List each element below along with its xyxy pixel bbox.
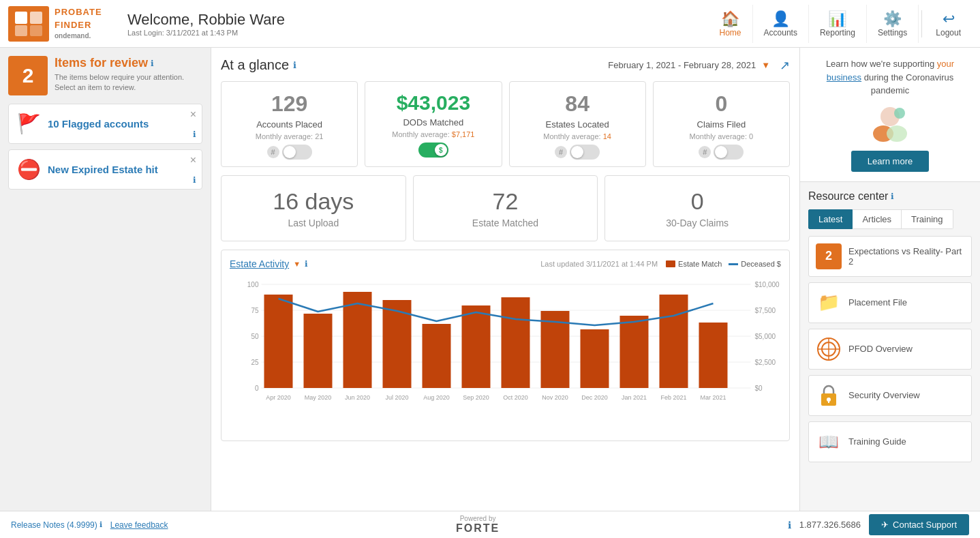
release-notes[interactable]: Release Notes (4.9999) ℹ bbox=[11, 520, 102, 530]
date-range-area: February 1, 2021 - February 28, 2021 ▼ ↗ bbox=[608, 58, 790, 73]
resource-info-icon[interactable]: ℹ bbox=[891, 192, 894, 201]
accounts-icon: 👤 bbox=[771, 10, 790, 28]
settings-label: Settings bbox=[878, 28, 907, 38]
tab-articles[interactable]: Articles bbox=[853, 209, 902, 229]
tab-latest[interactable]: Latest bbox=[808, 209, 853, 229]
items-subtitle: The items below require your attention. … bbox=[55, 72, 202, 93]
expired-label: New Expired Estate hit bbox=[48, 164, 158, 175]
release-info-icon[interactable]: ℹ bbox=[99, 520, 102, 529]
svg-text:$5,000: $5,000 bbox=[755, 333, 776, 340]
30day-claims-value: 0 bbox=[613, 188, 781, 215]
pfod-icon bbox=[816, 336, 842, 362]
svg-text:Jun 2020: Jun 2020 bbox=[345, 394, 370, 401]
review-item-expired[interactable]: × ⛔ New Expired Estate hit ℹ bbox=[8, 149, 202, 190]
export-icon[interactable]: ↗ bbox=[780, 58, 790, 73]
30day-claims-label: 30-Day Claims bbox=[613, 218, 781, 228]
svg-text:0: 0 bbox=[255, 385, 259, 392]
svg-text:$10,000: $10,000 bbox=[755, 281, 780, 288]
items-info-icon[interactable]: ℹ bbox=[151, 59, 154, 68]
tab-training[interactable]: Training bbox=[902, 209, 953, 229]
chart-title-area: Estate Activity ▼ ℹ bbox=[230, 258, 308, 269]
training-icon: 📖 bbox=[816, 429, 842, 455]
date-dropdown-arrow[interactable]: ▼ bbox=[761, 60, 770, 70]
claims-filed-toggle[interactable] bbox=[714, 145, 744, 160]
accounts-placed-toggle[interactable] bbox=[282, 145, 312, 160]
resource-item-security[interactable]: Security Overview bbox=[808, 375, 972, 416]
dods-matched-label: DODs Matched bbox=[373, 117, 493, 128]
items-title: Items for review bbox=[55, 56, 148, 70]
stat-accounts-placed: 129 Accounts Placed Monthly average: 21 … bbox=[221, 81, 358, 167]
placement-label: Placement File bbox=[848, 297, 907, 308]
glance-info-icon[interactable]: ℹ bbox=[293, 60, 296, 70]
nav-settings[interactable]: ⚙️ Settings bbox=[867, 5, 919, 43]
review-item-flagged[interactable]: × 🚩 10 Flagged accounts ℹ bbox=[8, 104, 202, 144]
bar-dec-2020 bbox=[581, 329, 609, 388]
expired-info-icon[interactable]: ℹ bbox=[193, 175, 196, 185]
estates-located-toggle-row: # bbox=[518, 145, 637, 160]
accounts-placed-toggle-label: # bbox=[267, 146, 279, 158]
footer-right: ℹ 1.877.326.5686 ✈ Contact Support bbox=[788, 514, 969, 535]
resource-item-expectations[interactable]: 2 Expectations vs Reality- Part 2 bbox=[808, 236, 972, 277]
stats-row-2: 16 days Last Upload 72 Estate Matched 0 … bbox=[221, 175, 790, 241]
contact-support-button[interactable]: ✈ Contact Support bbox=[869, 514, 969, 535]
stat-30day-claims: 0 30-Day Claims bbox=[604, 175, 790, 241]
svg-text:Sep 2020: Sep 2020 bbox=[463, 394, 489, 401]
dods-matched-toggle[interactable]: $ bbox=[418, 143, 448, 158]
close-expired[interactable]: × bbox=[190, 154, 196, 166]
bar-aug-2020 bbox=[423, 324, 451, 388]
bar-oct-2020 bbox=[502, 297, 530, 388]
svg-text:Jul 2020: Jul 2020 bbox=[385, 394, 408, 401]
resource-tabs: Latest Articles Training bbox=[808, 209, 972, 229]
legend-bar-swatch bbox=[666, 260, 675, 267]
close-flagged[interactable]: × bbox=[190, 108, 196, 121]
flagged-info-icon[interactable]: ℹ bbox=[193, 130, 196, 139]
svg-point-32 bbox=[887, 125, 907, 142]
nav-accounts[interactable]: 👤 Accounts bbox=[753, 5, 809, 43]
estate-matched-label: Estate Matched bbox=[422, 218, 589, 228]
footer-info-icon[interactable]: ℹ bbox=[788, 520, 791, 530]
chart-info-icon[interactable]: ℹ bbox=[305, 259, 308, 269]
legend-line-swatch bbox=[729, 263, 738, 265]
svg-text:$7,500: $7,500 bbox=[755, 307, 776, 314]
resource-item-placement[interactable]: 📁 Placement File bbox=[808, 282, 972, 323]
svg-rect-2 bbox=[15, 25, 27, 36]
items-title-area: Items for review ℹ The items below requi… bbox=[55, 56, 202, 93]
learn-more-button[interactable]: Learn more bbox=[851, 151, 929, 172]
welcome-area: Welcome, Robbie Ware Last Login: 3/11/20… bbox=[114, 11, 709, 37]
promo-highlight-your: your bbox=[937, 59, 954, 69]
svg-text:Aug 2020: Aug 2020 bbox=[423, 394, 450, 401]
nav-logout[interactable]: ↩ Logout bbox=[925, 5, 972, 43]
nav-home[interactable]: 🏠 Home bbox=[709, 5, 753, 43]
estates-located-toggle[interactable] bbox=[570, 145, 600, 160]
glance-title: At a glance ℹ bbox=[221, 57, 296, 73]
logout-label: Logout bbox=[936, 28, 961, 38]
stat-claims-filed: 0 Claims Filed Monthly average: 0 # bbox=[653, 81, 790, 167]
security-label: Security Overview bbox=[848, 390, 920, 400]
stat-estates-located: 84 Estates Located Monthly average: 14 # bbox=[509, 81, 646, 167]
estates-located-avg: Monthly average: 14 bbox=[518, 132, 637, 140]
claims-filed-avg: Monthly average: 0 bbox=[662, 132, 781, 140]
promo-text: Learn how we're supporting your business… bbox=[808, 57, 972, 98]
estates-located-value: 84 bbox=[518, 91, 637, 117]
resource-center: Resource center ℹ Latest Articles Traini… bbox=[800, 182, 980, 470]
estates-located-toggle-label: # bbox=[555, 146, 567, 158]
svg-text:75: 75 bbox=[251, 307, 259, 314]
settings-icon: ⚙️ bbox=[883, 10, 902, 28]
claims-filed-label: Claims Filed bbox=[662, 119, 781, 130]
svg-rect-41 bbox=[828, 400, 829, 403]
chart-dropdown-arrow[interactable]: ▼ bbox=[293, 260, 301, 268]
promo-graphic bbox=[863, 103, 917, 144]
resource-item-pfod[interactable]: PFOD Overview bbox=[808, 329, 972, 370]
security-icon bbox=[816, 383, 842, 408]
nav-reporting[interactable]: 📊 Reporting bbox=[809, 5, 867, 43]
chart-title[interactable]: Estate Activity bbox=[230, 258, 289, 269]
svg-text:Feb 2021: Feb 2021 bbox=[660, 394, 686, 401]
center-panel: At a glance ℹ February 1, 2021 - Februar… bbox=[211, 48, 799, 511]
estate-activity-chart: 100 75 50 25 0 $10,000 $7,500 $5,000 $2,… bbox=[230, 273, 781, 430]
resource-item-training[interactable]: 📖 Training Guide bbox=[808, 421, 972, 462]
pfod-label: PFOD Overview bbox=[848, 344, 913, 354]
leave-feedback[interactable]: Leave feedback bbox=[110, 520, 168, 530]
chart-header: Estate Activity ▼ ℹ Last updated 3/11/20… bbox=[230, 258, 781, 269]
left-panel: 2 Items for review ℹ The items below req… bbox=[0, 48, 211, 511]
flag-icon: 🚩 bbox=[17, 113, 41, 135]
